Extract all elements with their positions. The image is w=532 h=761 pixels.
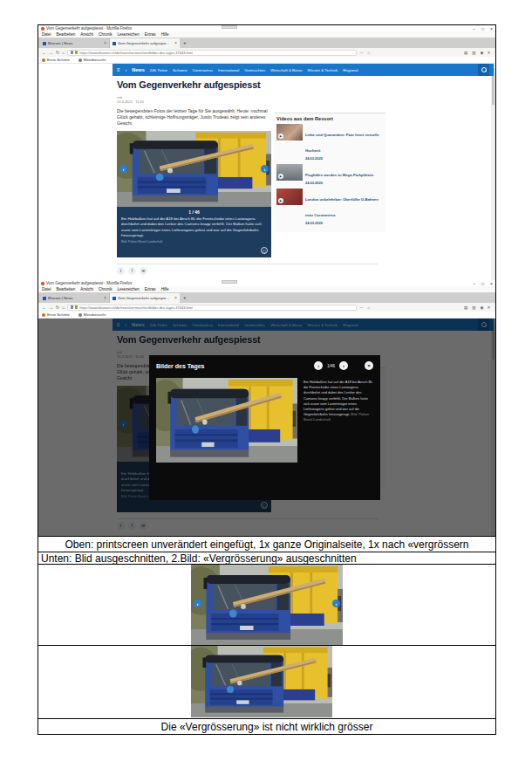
- tab-bluewin-news[interactable]: Bluewin | News ×: [40, 293, 110, 303]
- nav-item-news[interactable]: News: [132, 67, 145, 72]
- bookmark-meistbesucht[interactable]: Meistbesucht: [78, 312, 106, 317]
- menu-bar: Datei Bearbeiten Ansicht Chronik Lesezei…: [38, 31, 495, 38]
- video-thumbnail[interactable]: ▶: [276, 164, 303, 181]
- video-thumbnail[interactable]: ▶: [276, 189, 303, 205]
- video-list-item[interactable]: ▶ London unbelehrbar: Überfüllte U-Bahne…: [276, 189, 383, 225]
- menu-datei[interactable]: Datei: [42, 287, 51, 291]
- menu-bearbeiten[interactable]: Bearbeiten: [57, 287, 76, 291]
- page-actions-icon[interactable]: ⋯: [359, 305, 364, 310]
- menu-chronik[interactable]: Chronik: [99, 32, 113, 37]
- menu-lesezeichen[interactable]: Lesezeichen: [118, 287, 140, 291]
- shield-icon: [71, 305, 73, 309]
- menu-lesezeichen[interactable]: Lesezeichen: [118, 32, 140, 37]
- home-icon[interactable]: ⌂: [62, 305, 65, 310]
- tab-close-icon[interactable]: ×: [174, 41, 177, 45]
- video-list-item[interactable]: ▶ Flughäfen werden zu Mega-Parkplätzen24…: [276, 164, 383, 185]
- video-list-item[interactable]: ▶ Liebe und Quarantäne: Paar feiert virt…: [276, 124, 383, 161]
- tab-close-icon[interactable]: ×: [104, 41, 106, 45]
- nav-burger-icon[interactable]: ≡: [117, 67, 120, 72]
- sidebar-icon[interactable]: ▥: [472, 305, 475, 310]
- sidebar-heading: Videos aus dem Ressort: [276, 116, 383, 121]
- menu-chronik[interactable]: Chronik: [99, 287, 113, 291]
- play-icon: ▶: [278, 198, 283, 203]
- bookmark-erste-schritte[interactable]: Erste Schritte: [42, 58, 70, 62]
- menu-hilfe[interactable]: Hilfe: [161, 32, 169, 37]
- lightbox-next-icon[interactable]: ›: [339, 361, 348, 370]
- reload-icon[interactable]: ↻: [56, 305, 59, 310]
- bookmark-meistbesucht[interactable]: Meistbesucht: [78, 58, 106, 62]
- site-nav-bar: ≡ ‹ News 24h Ticker Schweiz Coronavirus …: [113, 319, 494, 331]
- facebook-share-icon[interactable]: f: [128, 267, 136, 275]
- close-button[interactable]: ×: [490, 26, 493, 31]
- tab-article-active[interactable]: Vom Gegenverkehr aufgespie... ×: [110, 38, 180, 48]
- bookmark-star-icon[interactable]: ☆: [367, 305, 371, 310]
- nav-item-vermischtes[interactable]: Vermischtes: [244, 68, 265, 72]
- nav-item-24h-ticker[interactable]: 24h Ticker: [150, 68, 167, 72]
- tab-close-icon[interactable]: ×: [104, 296, 106, 300]
- document-frame: Vom Gegenverkehr aufgespiesst - Mozilla …: [38, 24, 496, 735]
- fullscreen-expand-icon[interactable]: ◱: [261, 247, 268, 254]
- tab-bluewin-news[interactable]: Bluewin | News ×: [40, 38, 110, 48]
- menu-datei[interactable]: Datei: [42, 32, 51, 37]
- screenshot-lightbox-page: Vom Gegenverkehr aufgespiesst - Mozilla …: [38, 280, 495, 536]
- tab-close-icon[interactable]: ×: [174, 296, 177, 300]
- fullscreen-expand-icon: ◱: [261, 502, 268, 509]
- nav-item-wirtschaft[interactable]: Wirtschaft & Börse: [270, 68, 302, 72]
- minimize-button[interactable]: –: [473, 281, 475, 286]
- lightbox-close-icon[interactable]: ×: [365, 361, 373, 370]
- lightbox-caption: Ein Holzbalken hat auf der A18 bei Aesch…: [304, 380, 373, 423]
- nav-back-chevron-icon[interactable]: ‹: [126, 67, 127, 72]
- bookmark-erste-schritte[interactable]: Erste Schritte: [42, 312, 70, 317]
- page-actions-icon[interactable]: ⋯: [359, 51, 364, 55]
- tab-article-active[interactable]: Vom Gegenverkehr aufgespie... ×: [110, 293, 180, 303]
- caption-middle: Unten: Blid ausgeschnitten, 2.Bild: «Ver…: [38, 552, 495, 565]
- nav-item-schweiz[interactable]: Schweiz: [173, 68, 187, 72]
- video-thumbnail[interactable]: ▶: [276, 124, 303, 141]
- menu-extras[interactable]: Extras: [145, 287, 156, 291]
- search-button[interactable]: [478, 64, 489, 76]
- carousel-next-icon[interactable]: ›: [261, 165, 269, 173]
- reload-icon[interactable]: ↻: [56, 50, 59, 55]
- search-icon: [481, 322, 487, 327]
- nav-item-international[interactable]: International: [218, 68, 239, 72]
- menu-ansicht[interactable]: Ansicht: [80, 287, 93, 291]
- new-tab-button[interactable]: +: [180, 40, 190, 45]
- restore-button[interactable]: □: [481, 281, 484, 286]
- url-bar[interactable]: https://www.bluewin.ch/de/news/vermischt…: [67, 50, 357, 56]
- hamburger-menu-icon[interactable]: ≡: [488, 305, 490, 310]
- library-icon[interactable]: ▤: [464, 51, 467, 55]
- menu-bearbeiten[interactable]: Bearbeiten: [57, 32, 76, 37]
- carousel-prev-icon[interactable]: ‹: [119, 165, 127, 173]
- hamburger-menu-icon[interactable]: ≡: [488, 51, 490, 55]
- home-icon[interactable]: ⌂: [62, 50, 65, 55]
- minimize-button[interactable]: –: [473, 26, 475, 31]
- nav-burger-icon: ≡: [117, 322, 120, 327]
- bookmark-star-icon[interactable]: ☆: [367, 51, 371, 55]
- new-tab-button[interactable]: +: [180, 295, 190, 300]
- nav-item-coronavirus[interactable]: Coronavirus: [192, 68, 213, 72]
- twitter-share-icon[interactable]: t: [117, 267, 125, 275]
- mail-share-icon[interactable]: ✉: [140, 267, 147, 275]
- menu-extras[interactable]: Extras: [145, 32, 156, 37]
- bookmarks-bar: Erste Schritte Meistbesucht: [38, 57, 495, 64]
- close-button[interactable]: ×: [490, 281, 493, 286]
- nav-item-wissen[interactable]: Wissen & Technik: [308, 68, 338, 72]
- account-icon[interactable]: ◉: [480, 51, 483, 55]
- menu-ansicht[interactable]: Ansicht: [80, 32, 93, 37]
- sidebar-icon[interactable]: ▥: [472, 51, 475, 55]
- forward-icon[interactable]: →: [49, 50, 53, 55]
- search-button: [478, 319, 489, 331]
- article-title: Vom Gegenverkehr aufgespiesst: [117, 79, 317, 90]
- photo-counter: 1 / 46: [117, 207, 271, 215]
- nav-item-regional[interactable]: Regional: [343, 68, 358, 72]
- restore-button[interactable]: □: [481, 26, 484, 31]
- back-icon[interactable]: ←: [42, 50, 46, 55]
- library-icon[interactable]: ▤: [464, 305, 467, 310]
- url-bar[interactable]: https://www.bluewin.ch/de/news/vermischt…: [67, 305, 357, 311]
- lightbox-prev-icon[interactable]: ‹: [314, 361, 323, 370]
- forward-icon[interactable]: →: [49, 305, 53, 310]
- back-icon[interactable]: ←: [42, 305, 46, 310]
- menu-hilfe[interactable]: Hilfe: [161, 287, 169, 291]
- article-photo-truck[interactable]: ‹ ›: [117, 131, 271, 207]
- account-icon[interactable]: ◉: [480, 305, 483, 310]
